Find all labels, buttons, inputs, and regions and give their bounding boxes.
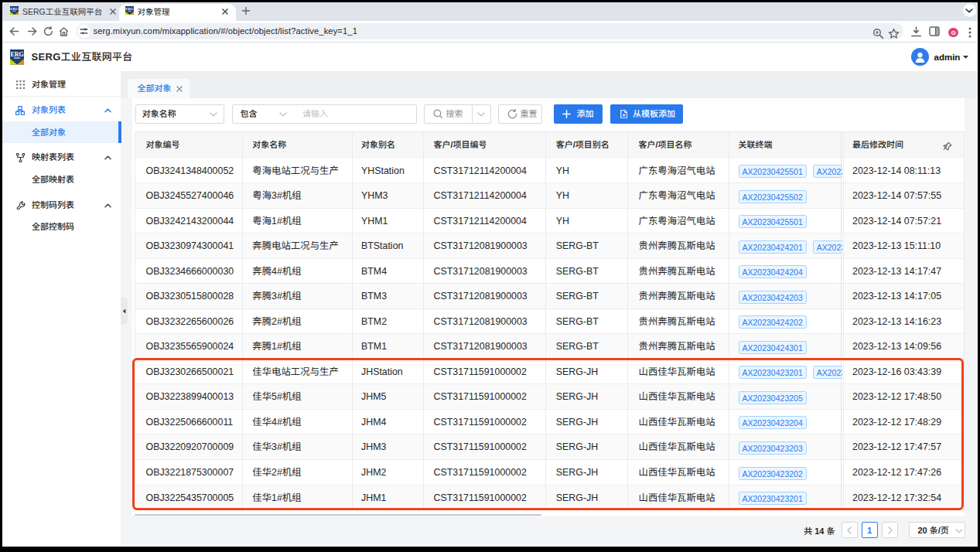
svg-text:ERG: ERG: [125, 7, 134, 11]
svg-text:ERG: ERG: [10, 51, 24, 58]
svg-text:ERG: ERG: [10, 7, 19, 11]
